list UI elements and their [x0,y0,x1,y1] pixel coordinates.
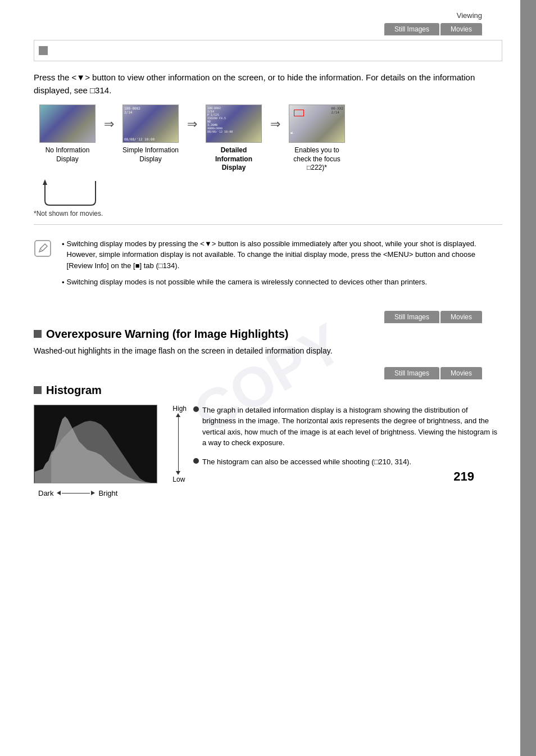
arrow-right-head [91,491,95,495]
arrow-down-head [176,471,180,475]
display-label-detailed: DetailedInformationDisplay [215,146,252,173]
pencil-icon [34,239,52,257]
tab-bar-2: Still Images Movies [34,311,502,323]
tab-movies-1[interactable]: Movies [440,23,482,35]
overexposure-heading-text: Overexposure Warning (for Image Highligh… [46,328,289,341]
overexposure-body: Washed-out highlights in the image flash… [34,345,502,357]
display-img-no-info [39,105,96,143]
arrow-3: ⇒ [267,105,283,132]
tab-movies-3[interactable]: Movies [440,367,482,379]
display-label-simple: Simple InformationDisplay [122,146,179,164]
tab-bar-1: Still Images Movies [34,23,502,35]
high-label: High [172,405,187,413]
display-mode-focus: 00-XX22/14 ■L Enables you tocheck the fo… [283,105,351,173]
display-img-detailed: 100-00022/14P 1/125ISO200 F4.5ND3.26MB40… [206,105,262,143]
tab-still-images-3[interactable]: Still Images [384,367,439,379]
hist-text-2: The histogram can also be accessed while… [202,456,411,468]
tab-still-images-1[interactable]: Still Images [384,23,439,35]
histogram-heading: Histogram [34,384,502,397]
pencil-icon-container [34,238,54,294]
arrow-horiz-line [62,493,90,494]
tab-still-images-2[interactable]: Still Images [384,311,439,323]
hist-text-1: The graph in detailed information displa… [202,405,502,449]
hist-bullet-2: The histogram can also be accessed while… [193,456,502,468]
svg-rect-1 [35,241,51,256]
display-mode-no-info: No InformationDisplay [34,105,101,164]
section-square-histogram [34,386,42,394]
histogram-left: High Low Dark [34,405,180,497]
intro-text: Press the <▼> button to view other infor… [34,71,502,97]
display-img-focus: 00-XX22/14 ■L [289,105,345,143]
info-bullet-1: • Switching display modes by pressing th… [62,238,502,271]
info-bullet-text-2: Switching display modes is not possible … [67,277,428,288]
arrow-line [178,417,179,471]
display-label-focus: Enables you tocheck the focus□222)* [293,146,340,173]
dark-bright-row: Dark Bright [34,489,180,497]
tab-movies-2[interactable]: Movies [440,311,482,323]
dark-bright-arrow [57,491,95,495]
display-img-simple: 100-00022/14 08/08/'12 10:00 [122,105,179,143]
histogram-img-wrapper: High Low [34,405,157,483]
histogram-section: High Low Dark [34,405,502,497]
section-square-overexposure [34,330,42,338]
curved-arrow [34,178,502,206]
histogram-heading-text: Histogram [46,384,102,397]
display-modes-row: No InformationDisplay ⇒ 100-00022/14 08/… [34,105,502,173]
arrow-2: ⇒ [184,105,200,132]
hist-bullet-1: The graph in detailed information displa… [193,405,502,449]
page-number: 219 [453,469,474,484]
histogram-svg [34,405,157,483]
arrow-up-head [176,413,180,417]
svg-marker-0 [43,179,47,185]
preview-square [39,46,48,55]
arrow-1: ⇒ [101,105,117,132]
section-label: Viewing [34,11,502,20]
arrow-left-head [57,491,61,495]
bullet-dot-2: • [62,277,65,288]
hist-dot-1 [193,406,199,412]
display-mode-detailed: 100-00022/14P 1/125ISO200 F4.5ND3.26MB40… [200,105,267,173]
preview-box [34,40,502,61]
right-sidebar [520,0,536,756]
info-bullets: • Switching display modes by pressing th… [62,238,502,294]
note-text: *Not shown for movies. [34,210,502,225]
info-box: • Switching display modes by pressing th… [34,233,502,300]
info-bullet-2: • Switching display modes is not possibl… [62,277,502,288]
dark-label: Dark [38,489,53,497]
bright-label: Bright [98,489,117,497]
overexposure-section: Overexposure Warning (for Image Highligh… [34,328,502,357]
display-label-no-info: No InformationDisplay [46,146,90,164]
display-mode-simple: 100-00022/14 08/08/'12 10:00 Simple Info… [117,105,184,164]
tab-bar-3: Still Images Movies [34,367,502,379]
histogram-img [34,405,157,483]
low-label: Low [172,476,185,483]
hist-dot-2 [193,458,199,464]
info-bullet-text-1: Switching display modes by pressing the … [67,238,502,271]
histogram-vertical-axis: High Low [172,405,187,483]
overexposure-heading: Overexposure Warning (for Image Highligh… [34,328,502,341]
bullet-dot-1: • [62,239,65,271]
